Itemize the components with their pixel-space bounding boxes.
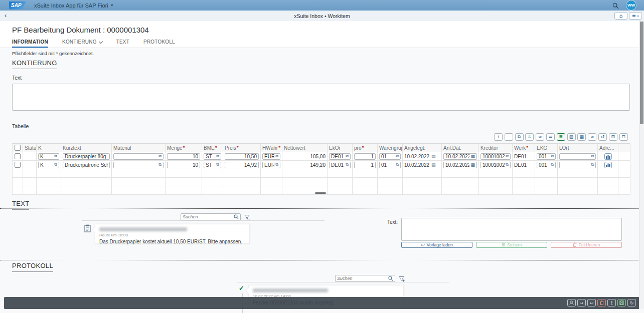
address-button[interactable] [604,162,612,168]
menge-input[interactable]: 10 [167,153,200,160]
value-help-icon[interactable]: ⧉ [396,154,399,158]
value-help-icon[interactable]: ⧉ [275,163,278,167]
address-button[interactable] [604,153,612,160]
value-help-icon[interactable]: ⧉ [591,163,594,167]
refresh-icon[interactable]: ↻ [627,299,636,306]
search-icon[interactable] [234,214,239,219]
undo-icon[interactable]: ↩ [587,299,596,306]
display-date-icon[interactable]: ▤ [431,162,436,167]
view-icon[interactable]: ∞ [588,133,596,141]
value-help-icon[interactable]: ⧉ [346,154,349,158]
bme-input[interactable]: ST⧉ [204,153,221,160]
row-height-icon[interactable]: ⇳ [525,133,534,141]
row-checkbox[interactable] [15,162,21,168]
value-help-icon[interactable]: ⧉ [551,163,554,167]
list-icon[interactable]: ≡ [546,133,555,141]
chart-icon[interactable]: ▥ [567,133,576,141]
bme-input[interactable]: ST⧉ [204,162,221,168]
search-input[interactable] [181,214,234,219]
pro-input[interactable]: 1 [354,153,376,160]
calendar-icon[interactable]: ▦ [470,163,475,167]
avatar[interactable]: WW [626,1,636,10]
ekg-input[interactable]: 001⧉ [537,153,556,160]
k-input[interactable]: K⧉ [38,162,59,168]
value-help-icon[interactable]: ⧉ [591,154,594,158]
tab-text[interactable]: TEXT [116,39,129,48]
pro-input[interactable]: 1 [354,162,376,168]
text-entry-area[interactable] [401,218,622,241]
material-input[interactable]: ⧉ [113,153,164,160]
ekg-input[interactable]: 001⧉ [537,162,556,168]
add-icon[interactable]: + [494,133,503,141]
expand-group-icon[interactable]: ⊞ [609,133,617,141]
save-icon[interactable] [617,299,626,306]
display-date-icon[interactable]: ▤ [431,154,436,159]
search-input[interactable] [336,276,388,281]
value-help-icon[interactable]: ⧉ [54,163,57,167]
warengrup-input[interactable]: 01⧉ [379,162,401,168]
multi-list-icon[interactable]: ≣ [557,133,565,141]
value-help-icon[interactable]: ⧉ [216,163,219,167]
remove-icon[interactable]: − [505,133,513,141]
feld-leeren-button[interactable]: Feld leeren [551,242,622,248]
person-icon[interactable] [567,299,576,306]
hwaehr-input[interactable]: EUR⧉ [262,153,280,160]
kontierung-text-area[interactable] [12,84,630,111]
button-label: Feld leeren [579,242,600,247]
row-checkbox[interactable] [15,153,21,159]
search-icon[interactable] [388,276,393,281]
filter-icon[interactable] [399,276,405,282]
material-input[interactable]: ⧉ [113,162,164,168]
kurztext-input[interactable]: Druckerpapier 80g [63,153,110,160]
value-help-icon[interactable]: ⧉ [158,154,162,158]
value-help-icon[interactable]: ⧉ [551,154,554,158]
value-help-icon[interactable]: ⧉ [275,154,278,158]
ekor-input[interactable]: DE01⧉ [329,153,351,160]
value-help-icon[interactable]: ⧉ [54,154,57,158]
kreditor-input[interactable]: 10001002...⧉ [480,162,511,168]
tab-kontierung[interactable]: KONTIERUNG [62,39,102,48]
app-title-menu[interactable]: xSuite Inbox App für SAP Fiori ▼ [34,3,114,9]
upload-icon[interactable]: ↥ [607,299,616,306]
ekor-input[interactable]: DE01⧉ [329,162,351,168]
select-all-checkbox[interactable] [15,145,21,151]
preis-input[interactable]: 14,92 [225,162,259,168]
horizontal-scrollbar-thumb[interactable] [315,192,326,194]
value-help-icon[interactable]: ⧉ [396,163,399,167]
warengrup-input[interactable]: 01⧉ [379,153,401,160]
kurztext-input[interactable]: Druckerpatrone Schwarz [63,162,110,168]
hwaehr-input[interactable]: EUR⧉ [262,162,280,168]
lort-input[interactable]: ⧉ [559,153,596,160]
menge-input[interactable]: 10 [167,162,200,168]
value-help-icon[interactable]: ⧉ [506,154,509,158]
copy-icon[interactable]: ⧉ [515,133,524,141]
collapse-group-icon[interactable]: ⊟ [619,133,628,141]
search-icon[interactable] [612,2,619,11]
vertical-scrollbar-thumb[interactable] [640,22,643,124]
k-input[interactable]: K⧉ [38,153,59,160]
value-help-icon[interactable]: ⧉ [158,163,162,167]
value-help-icon[interactable]: ⧉ [506,163,509,167]
tab-information[interactable]: INFORMATION [12,39,48,48]
pivot-icon[interactable]: ▦ [577,133,586,141]
kreditor-input[interactable]: 10001002...⧉ [480,153,511,160]
shell-menu-button[interactable]: ≡ ˅ [629,12,642,20]
find-icon[interactable]: ∞ [536,133,544,141]
home-button[interactable]: ⌂ [614,12,627,20]
tab-protokoll[interactable]: PROTOKOLL [143,39,175,48]
vorlage-laden-button[interactable]: ↩Vorlage laden [401,242,472,248]
calendar-icon[interactable]: ▦ [470,154,475,159]
forward-icon[interactable]: ↪ [577,299,586,306]
lort-input[interactable]: ⧉ [559,162,596,168]
preis-input[interactable]: 10,50 [225,153,259,160]
delete-icon[interactable] [597,299,606,306]
anf_dat-input[interactable]: 10.02.2022▦ [443,153,477,160]
anf_dat-input[interactable]: 10.02.2022▦ [443,162,477,168]
sap-logo[interactable]: SAP [9,2,26,10]
vertical-scrollbar[interactable] [639,21,644,309]
sichern-button[interactable]: ≣Sichern [476,242,547,248]
filter-icon[interactable] [244,214,250,220]
undo-icon[interactable]: ↺ [598,133,607,141]
value-help-icon[interactable]: ⧉ [346,163,349,167]
value-help-icon[interactable]: ⧉ [216,154,219,158]
